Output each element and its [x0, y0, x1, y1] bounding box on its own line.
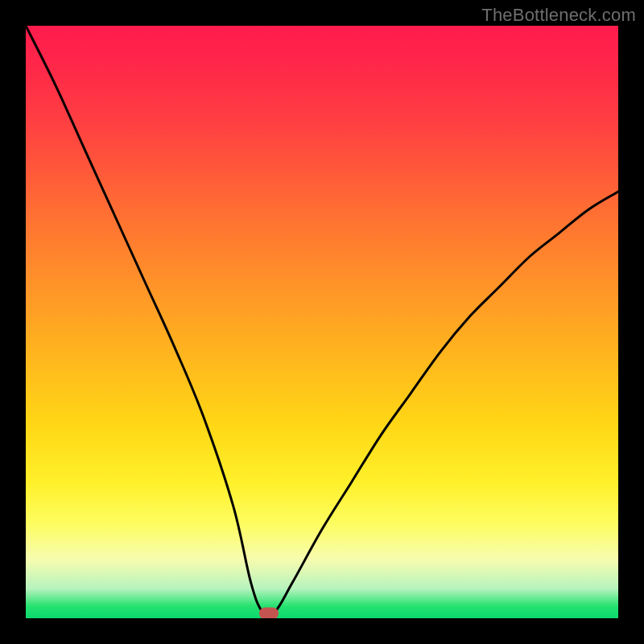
optimal-point-marker: [259, 608, 279, 618]
chart-frame: TheBottleneck.com: [0, 0, 644, 644]
watermark-text: TheBottleneck.com: [481, 5, 636, 26]
plot-area: [26, 26, 618, 618]
bottleneck-curve: [26, 26, 618, 618]
